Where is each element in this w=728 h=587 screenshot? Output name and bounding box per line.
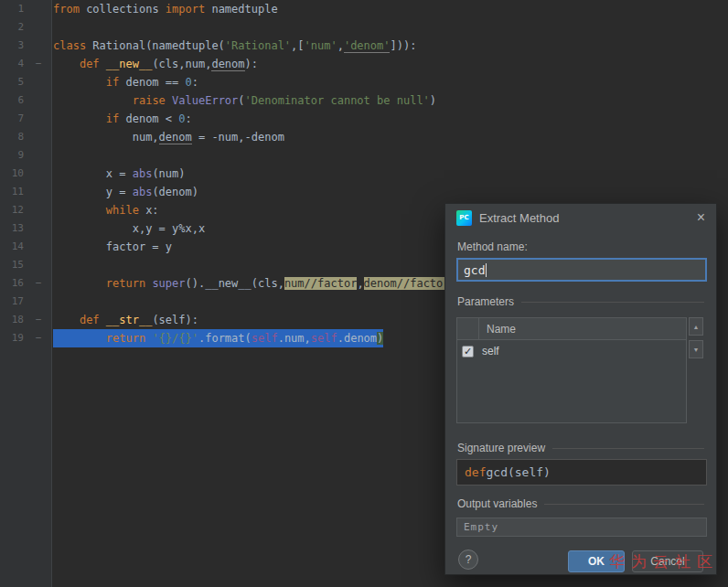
code-line-content: return '{}/{}'.format(self.num,self.deno… (53, 329, 383, 347)
code-token: ) (377, 332, 383, 345)
code-line-content: if denom == 0: (53, 73, 198, 91)
signature-text: gcd(self) (486, 465, 550, 479)
line-number: 13 (0, 219, 24, 238)
code-token: abs (133, 186, 153, 198)
code-token: super (152, 277, 185, 290)
line-number: 6 (0, 91, 24, 110)
code-token: import (166, 3, 205, 16)
code-token: '{}/{}' (152, 332, 198, 345)
code-token: 'Rational' (225, 39, 291, 52)
line-number: 12 (0, 201, 24, 219)
extract-method-dialog: PC Extract Method × Method name: gcd Par… (444, 203, 717, 575)
parameters-table-header: Name (457, 318, 686, 340)
code-line-8[interactable]: 8 num,denom = -num,-denom (0, 128, 728, 146)
code-token: def (80, 314, 100, 326)
line-number: 11 (0, 183, 24, 201)
code-token: , (337, 39, 344, 52)
method-name-input[interactable]: gcd (456, 258, 707, 282)
code-token (53, 58, 80, 70)
code-line-7[interactable]: 7 if denom < 0: (0, 110, 728, 128)
fold-marker-icon[interactable]: − (24, 311, 53, 329)
close-icon[interactable]: × (697, 210, 705, 225)
code-token: return (106, 277, 145, 290)
code-token: Rational(namedtuple( (86, 39, 225, 52)
code-token (53, 332, 106, 345)
code-token: num//factor (284, 277, 357, 290)
code-token: ,[ (291, 39, 304, 52)
code-token: denom (211, 58, 244, 71)
code-line-content: x = abs(num) (53, 165, 186, 183)
signature-preview-label: Signature preview (457, 442, 545, 454)
code-token: .num, (278, 332, 311, 345)
code-token: = -num,-denom (192, 131, 284, 144)
code-token: ) (430, 94, 436, 107)
code-token (53, 204, 106, 217)
code-line-2[interactable]: 2 (0, 18, 728, 37)
code-line-4[interactable]: 4− def __new__(cls,num,denom): (0, 55, 728, 73)
code-line-content: x,y = y%x,x (53, 219, 205, 238)
code-token: 0 (178, 112, 185, 125)
code-line-content: while x: (53, 201, 159, 219)
output-variables-separator: Output variables (457, 497, 704, 510)
parameters-table-body: ✓self (457, 340, 686, 362)
code-token: denom (159, 131, 192, 144)
code-token: (num) (152, 167, 185, 180)
code-token: ])): (390, 39, 416, 52)
code-token: if (106, 76, 119, 89)
up-arrow-icon: ▲ (693, 324, 700, 330)
parameter-checkbox[interactable]: ✓ (462, 346, 474, 358)
code-token: class (53, 39, 86, 52)
line-number: 19 (0, 329, 24, 347)
code-token: x,y = y%x,x (53, 222, 205, 235)
parameters-separator: Parameters (457, 295, 704, 308)
line-number: 8 (0, 128, 24, 146)
fold-marker-icon[interactable]: − (24, 329, 53, 347)
code-token: factor = y (53, 240, 172, 253)
code-line-content: class Rational(namedtuple('Rational',['n… (53, 37, 416, 55)
code-line-5[interactable]: 5 if denom == 0: (0, 73, 728, 91)
pycharm-icon: PC (456, 210, 472, 226)
parameter-name: self (482, 345, 499, 358)
method-name-label: Method name: (457, 240, 528, 253)
signature-separator: Signature preview (457, 442, 704, 454)
line-number: 2 (0, 18, 24, 37)
line-number: 10 (0, 165, 24, 183)
fold-marker-icon[interactable]: − (24, 274, 53, 293)
dialog-title: Extract Method (479, 211, 690, 225)
code-line-9[interactable]: 9 (0, 146, 728, 165)
line-number: 18 (0, 311, 24, 329)
text-caret (486, 263, 487, 277)
column-header-name: Name (479, 323, 516, 336)
code-line-1[interactable]: 1from collections import namedtuple (0, 0, 728, 18)
code-line-11[interactable]: 11 y = abs(denom) (0, 183, 728, 201)
code-line-content: from collections import namedtuple (53, 0, 278, 18)
help-button[interactable]: ? (458, 550, 478, 570)
code-line-content: def __new__(cls,num,denom): (53, 55, 258, 73)
dialog-title-bar[interactable]: PC Extract Method × (445, 204, 716, 231)
watermark-text: 华为云社区 (609, 551, 719, 572)
move-up-button[interactable]: ▲ (689, 317, 703, 336)
code-token (53, 112, 106, 125)
code-line-6[interactable]: 6 raise ValueError('Denominator cannot b… (0, 91, 728, 110)
parameters-label: Parameters (457, 295, 514, 308)
move-down-button[interactable]: ▼ (689, 340, 703, 358)
code-token: num, (53, 131, 159, 144)
code-token: __new__ (100, 58, 153, 70)
code-token: while (106, 204, 139, 217)
code-token (53, 277, 106, 290)
code-line-10[interactable]: 10 x = abs(num) (0, 165, 728, 183)
code-token: .format( (198, 332, 252, 345)
code-line-3[interactable]: 3class Rational(namedtuple('Rational',['… (0, 37, 728, 55)
code-line-content: raise ValueError('Denominator cannot be … (53, 91, 436, 110)
line-number: 3 (0, 37, 24, 55)
method-name-value: gcd (464, 263, 485, 277)
parameters-table: Name ✓self (456, 317, 687, 423)
code-token (53, 314, 80, 326)
code-token: 'denom' (344, 39, 391, 53)
parameter-row[interactable]: ✓self (457, 340, 686, 362)
fold-marker-icon[interactable]: − (24, 55, 53, 73)
code-token: self (311, 332, 337, 345)
code-token (53, 76, 106, 89)
code-token (166, 94, 172, 107)
code-token: ValueError (172, 94, 238, 107)
